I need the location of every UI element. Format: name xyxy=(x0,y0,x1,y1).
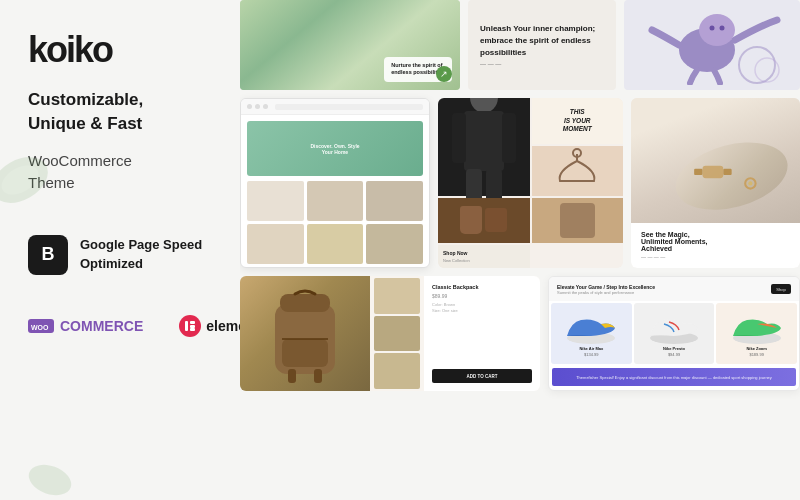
svg-rect-25 xyxy=(723,169,731,175)
sneakers-screenshot: Elevate Your Game / Step Into Excellence… xyxy=(548,276,800,391)
woo-icon: WOO xyxy=(28,317,56,335)
sneaker-2-name: Nike Presto xyxy=(663,346,685,351)
svg-rect-30 xyxy=(282,339,328,367)
store-hero-text: Discover. Own. StyleYour Home xyxy=(310,143,359,155)
svg-rect-3 xyxy=(190,321,195,324)
svg-point-11 xyxy=(710,26,715,31)
svg-rect-23 xyxy=(702,166,723,179)
jewelry-subtext: — — — — xyxy=(641,254,790,260)
add-to-cart-button[interactable]: ADD TO CART xyxy=(432,369,532,383)
product-item xyxy=(366,181,423,221)
sloth-screenshot xyxy=(624,0,800,90)
svg-rect-29 xyxy=(280,294,330,312)
fashion-bottom: Shop Now New Collection xyxy=(438,245,530,268)
svg-rect-32 xyxy=(288,369,296,383)
product-item xyxy=(247,224,304,264)
svg-point-8 xyxy=(25,459,76,500)
store-products-grid xyxy=(247,181,423,264)
backpack-product-name: Classic Backpack xyxy=(432,284,532,290)
fashion-screenshot: THISIS YOURMOMENT Shop Now New Collectio… xyxy=(438,98,623,268)
elementor-icon xyxy=(179,315,201,337)
sneakers-promo-banner: Themefisher Special! Enjoy a significant… xyxy=(552,368,796,386)
sneaker-1-name: Nike Air Max xyxy=(579,346,603,351)
svg-rect-33 xyxy=(314,369,322,383)
svg-rect-4 xyxy=(190,325,195,328)
jewelry-heading: See the Magic,Unlimited Moments,Achieved xyxy=(641,231,790,252)
store-screenshot: Discover. Own. StyleYour Home xyxy=(240,98,430,268)
svg-rect-24 xyxy=(694,169,702,175)
sneakers-cta[interactable]: Shop xyxy=(771,284,791,294)
left-panel: koiko Customizable,Unique & Fast WooComm… xyxy=(0,0,240,500)
product-item xyxy=(366,224,423,264)
svg-point-10 xyxy=(699,14,735,46)
fashion-bag2 xyxy=(532,198,624,244)
svg-text:WOO: WOO xyxy=(31,324,49,331)
fashion-item2 xyxy=(532,146,624,196)
jewelry-text-block: See the Magic,Unlimited Moments,Achieved… xyxy=(631,223,800,268)
decorative-leaf-bottom xyxy=(20,450,80,500)
product-item xyxy=(307,181,364,221)
sneaker-item-2: Nike Presto $94.99 xyxy=(634,303,715,364)
sneakers-subtitle: Summit the peaks of style and performanc… xyxy=(557,290,655,295)
svg-rect-18 xyxy=(502,113,516,163)
plant-screenshot: Nurture the spirit ofendless possibiliti… xyxy=(240,0,460,90)
fashion-slogan: THISIS YOURMOMENT xyxy=(563,108,592,133)
svg-point-12 xyxy=(720,26,725,31)
woocommerce-logo: WOO COMMERCE xyxy=(28,317,143,335)
fashion-bags xyxy=(438,198,530,244)
arrow-link-icon: ↗ xyxy=(436,66,452,82)
backpack-main-image xyxy=(240,276,370,391)
sneaker-item-1: Nike Air Max $134.99 xyxy=(551,303,632,364)
decorative-leaf-left xyxy=(0,140,60,220)
sneaker-item-3: Nike Zoom $189.99 xyxy=(716,303,797,364)
page-speed-badge: B Google Page Speed Optimized xyxy=(28,235,212,275)
champion-screenshot: Unleash Your inner champion;embrace the … xyxy=(468,0,616,90)
sneaker-1-price: $134.99 xyxy=(584,352,598,357)
product-item xyxy=(247,181,304,221)
woocommerce-text: COMMERCE xyxy=(60,318,143,334)
screenshots-panel: Nurture the spirit ofendless possibiliti… xyxy=(240,0,800,500)
svg-point-27 xyxy=(748,181,752,185)
sneakers-grid: Nike Air Max $134.99 Nike Presto $94.99 xyxy=(549,301,799,366)
bootstrap-icon: B xyxy=(28,235,68,275)
page-speed-text: Google Page Speed Optimized xyxy=(80,236,202,272)
brand-tagline: Customizable,Unique & Fast xyxy=(28,88,212,136)
backpack-thumbnails xyxy=(372,276,422,391)
brand-name: koiko xyxy=(28,29,112,70)
sneaker-3-name: Nike Zoom xyxy=(746,346,766,351)
sneaker-2-price: $94.99 xyxy=(668,352,680,357)
product-item xyxy=(307,224,364,264)
tagline-text: Customizable,Unique & Fast xyxy=(28,90,143,133)
sneakers-promo-text: Themefisher Special! Enjoy a significant… xyxy=(576,375,772,380)
sneakers-header: Elevate Your Game / Step Into Excellence… xyxy=(549,277,799,301)
svg-rect-5 xyxy=(190,328,195,331)
backpack-screenshot: Classic Backpack $89.99 Color: BrownSize… xyxy=(240,276,540,391)
champion-text: Unleash Your inner champion;embrace the … xyxy=(480,23,595,59)
jewelry-screenshot: See the Magic,Unlimited Moments,Achieved… xyxy=(631,98,800,268)
sneakers-title: Elevate Your Game / Step Into Excellence xyxy=(557,284,655,290)
svg-rect-17 xyxy=(452,113,466,163)
fashion-text-item: THISIS YOURMOMENT xyxy=(532,98,624,144)
svg-rect-16 xyxy=(464,111,504,171)
svg-rect-2 xyxy=(185,321,188,331)
jewelry-arm-image xyxy=(631,98,800,223)
backpack-info: Classic Backpack $89.99 Color: BrownSize… xyxy=(424,276,540,391)
svg-point-15 xyxy=(470,98,498,113)
partner-logos: WOO COMMERCE elementor xyxy=(28,315,212,337)
svg-point-22 xyxy=(668,131,795,221)
backpack-price: $89.99 xyxy=(432,293,532,299)
fashion-person xyxy=(438,98,530,196)
sneaker-3-price: $189.99 xyxy=(749,352,763,357)
brand-logo: koiko xyxy=(28,32,212,68)
backpack-thumb-3 xyxy=(374,353,420,389)
sloth-illustration xyxy=(642,5,782,85)
svg-point-14 xyxy=(755,58,779,82)
backpack-thumb-1 xyxy=(374,278,420,314)
backpack-thumb-2 xyxy=(374,316,420,352)
